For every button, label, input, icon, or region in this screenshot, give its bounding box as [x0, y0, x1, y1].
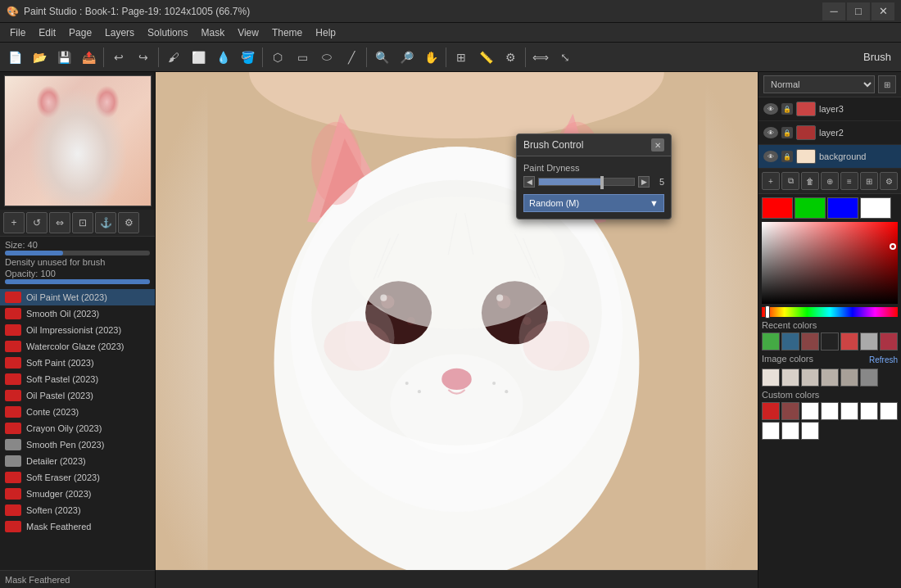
- recent-swatch-5[interactable]: [860, 332, 878, 351]
- layer-grid-view-button[interactable]: ⊞: [860, 172, 878, 190]
- menu-theme[interactable]: Theme: [265, 25, 309, 40]
- zoom-out-button[interactable]: 🔎: [395, 46, 418, 69]
- size-slider[interactable]: [5, 251, 150, 256]
- delete-layer-button[interactable]: 🗑: [801, 172, 819, 190]
- layer-item-2[interactable]: 👁 🔒 background: [758, 145, 901, 169]
- recent-swatch-4[interactable]: [840, 332, 858, 351]
- line-tool-button[interactable]: ╱: [340, 46, 363, 69]
- menu-solutions[interactable]: Solutions: [141, 25, 194, 40]
- minimize-button[interactable]: ─: [822, 2, 845, 20]
- brush-item-7[interactable]: Conte (2023): [0, 404, 155, 420]
- recent-swatch-2[interactable]: [801, 332, 819, 351]
- menu-view[interactable]: View: [231, 25, 265, 40]
- brush-item-2[interactable]: Oil Impressionist (2023): [0, 322, 155, 338]
- brush-item-3[interactable]: Watercolor Glaze (2023): [0, 338, 155, 355]
- color-gradient-picker[interactable]: [762, 222, 898, 304]
- hue-bar[interactable]: [762, 307, 898, 317]
- layer-item-1[interactable]: 👁 🔒 layer2: [758, 121, 901, 145]
- open-file-button[interactable]: 📂: [28, 46, 51, 69]
- brush-item-1[interactable]: Smooth Oil (2023): [0, 305, 155, 322]
- canvas-area[interactable]: Brush Control ✕ Paint Dryness ◀ ▶ 5 Rand…: [156, 72, 758, 588]
- custom-swatch-1[interactable]: [781, 402, 799, 420]
- smudge-tool-button[interactable]: 💧: [211, 46, 234, 69]
- custom-swatch-6[interactable]: [880, 402, 898, 420]
- custom-swatch-5[interactable]: [860, 402, 878, 420]
- ellipse-tool-button[interactable]: ⬭: [315, 46, 338, 69]
- select-tool-button[interactable]: ⬡: [266, 46, 289, 69]
- brush-item-4[interactable]: Soft Paint (2023): [0, 355, 155, 371]
- image-swatch-2[interactable]: [801, 369, 819, 387]
- brush-item-5[interactable]: Soft Pastel (2023): [0, 371, 155, 387]
- custom-swatch-7[interactable]: [762, 422, 780, 440]
- color-swatch-white[interactable]: [860, 197, 891, 219]
- refresh-btn[interactable]: ↺: [26, 212, 48, 233]
- image-swatch-3[interactable]: [821, 369, 839, 387]
- grid-button[interactable]: ⊞: [450, 46, 473, 69]
- slider-right-arrow[interactable]: ▶: [638, 176, 650, 188]
- new-file-button[interactable]: 📄: [3, 46, 26, 69]
- close-button[interactable]: ✕: [872, 2, 894, 20]
- layer-settings-button[interactable]: ⚙: [880, 172, 898, 190]
- fill-tool-button[interactable]: 🪣: [236, 46, 259, 69]
- move-btn[interactable]: ⇔: [49, 212, 70, 233]
- layer-grid-button[interactable]: ⊞: [878, 75, 896, 93]
- anchor-btn[interactable]: ⚓: [95, 212, 116, 233]
- recent-swatch-6[interactable]: [880, 332, 898, 351]
- new-layer-btn[interactable]: +: [3, 212, 25, 233]
- zoom-in-button[interactable]: 🔍: [370, 46, 393, 69]
- merge-layers-button[interactable]: ⊕: [821, 172, 839, 190]
- layer-visibility-0[interactable]: 👁: [763, 103, 778, 115]
- eraser-tool-button[interactable]: ⬜: [187, 46, 210, 69]
- rect-tool-button[interactable]: ▭: [291, 46, 314, 69]
- random-dropdown[interactable]: Random (M) ▼: [523, 194, 664, 212]
- menu-mask[interactable]: Mask: [194, 25, 231, 40]
- layer-lock-1[interactable]: 🔒: [781, 127, 793, 138]
- brush-item-13[interactable]: Soften (2023): [0, 502, 155, 518]
- brush-item-10[interactable]: Detailer (2023): [0, 453, 155, 469]
- menu-edit[interactable]: Edit: [32, 25, 62, 40]
- custom-swatch-4[interactable]: [840, 402, 858, 420]
- ruler-button[interactable]: 📏: [474, 46, 497, 69]
- custom-swatch-0[interactable]: [762, 402, 780, 420]
- brush-item-12[interactable]: Smudger (2023): [0, 486, 155, 502]
- image-swatch-0[interactable]: [762, 369, 780, 387]
- color-swatch-blue[interactable]: [827, 197, 858, 219]
- layer-item-0[interactable]: 👁 🔒 layer3: [758, 97, 901, 121]
- color-swatch-red[interactable]: [762, 197, 793, 219]
- brush-tool-button[interactable]: 🖌: [162, 46, 185, 69]
- layer-lock-2[interactable]: 🔒: [781, 151, 793, 162]
- transform-button[interactable]: ⤡: [554, 46, 577, 69]
- custom-swatch-3[interactable]: [821, 402, 839, 420]
- save-file-button[interactable]: 💾: [52, 46, 75, 69]
- brush-item-0[interactable]: Oil Paint Wet (2023): [0, 289, 155, 305]
- undo-button[interactable]: ↩: [107, 46, 130, 69]
- layer-visibility-2[interactable]: 👁: [763, 151, 778, 162]
- brush-item-14[interactable]: Mask Feathered: [0, 518, 155, 535]
- recent-swatch-1[interactable]: [781, 332, 799, 351]
- brush-item-6[interactable]: Oil Pastel (2023): [0, 387, 155, 404]
- brush-control-header[interactable]: Brush Control ✕: [517, 134, 671, 156]
- settings-button[interactable]: ⚙: [499, 46, 522, 69]
- redo-button[interactable]: ↪: [132, 46, 155, 69]
- pan-tool-button[interactable]: ✋: [419, 46, 442, 69]
- menu-file[interactable]: File: [3, 25, 32, 40]
- recent-swatch-3[interactable]: [821, 332, 839, 351]
- color-swatch-green[interactable]: [795, 197, 826, 219]
- brush-item-8[interactable]: Crayon Oily (2023): [0, 420, 155, 436]
- blend-mode-select[interactable]: Normal: [763, 75, 875, 93]
- menu-help[interactable]: Help: [309, 25, 342, 40]
- layer-visibility-1[interactable]: 👁: [763, 127, 778, 138]
- menu-layers[interactable]: Layers: [98, 25, 141, 40]
- symmetry-button[interactable]: ⟺: [529, 46, 552, 69]
- brush-control-close-button[interactable]: ✕: [651, 138, 664, 152]
- image-swatch-5[interactable]: [860, 369, 878, 387]
- refresh-button[interactable]: Refresh: [869, 355, 898, 364]
- image-swatch-1[interactable]: [781, 369, 799, 387]
- slider-left-arrow[interactable]: ◀: [523, 176, 535, 188]
- layer-list-button[interactable]: ≡: [840, 172, 858, 190]
- opacity-slider[interactable]: [5, 279, 150, 284]
- export-button[interactable]: 📤: [77, 46, 100, 69]
- crop-btn[interactable]: ⊡: [72, 212, 93, 233]
- config-btn[interactable]: ⚙: [118, 212, 139, 233]
- layer-lock-0[interactable]: 🔒: [781, 103, 793, 115]
